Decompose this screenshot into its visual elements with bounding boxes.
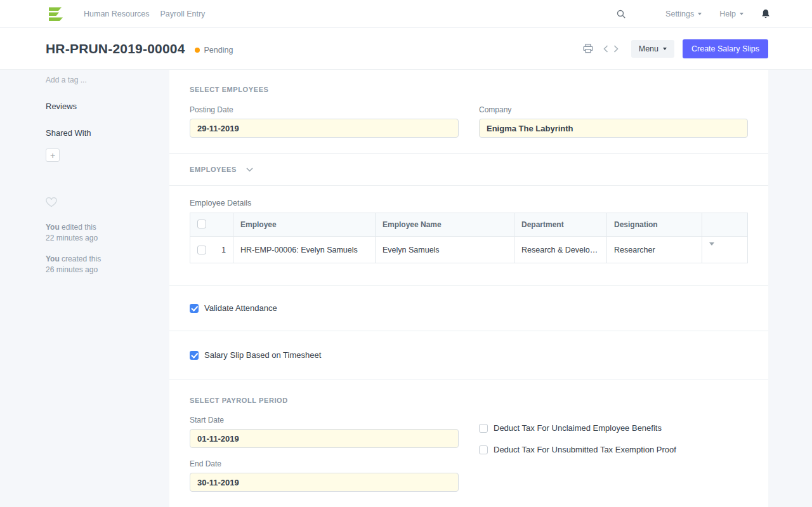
company-field: Company [479, 105, 748, 138]
breadcrumb-doctype[interactable]: Payroll Entry [160, 10, 206, 18]
breadcrumb-module[interactable]: Human Resources [84, 10, 150, 18]
section-validate-attendance: Validate Attendance [169, 286, 768, 331]
company-label: Company [479, 105, 748, 114]
help-menu[interactable]: Help [719, 10, 743, 18]
settings-label: Settings [665, 10, 694, 18]
sidebar-item-reviews: Reviews [46, 102, 160, 111]
menu-button[interactable]: Menu [631, 40, 674, 58]
row-index: 1 [221, 246, 226, 254]
deduct-tax-unclaimed-checkbox-row[interactable]: Deduct Tax For Unclaimed Employee Benefi… [479, 423, 748, 433]
employee-details-label: Employee Details [190, 199, 748, 207]
column-header-employee-name: Employee Name [376, 213, 514, 237]
notifications-button[interactable] [761, 9, 770, 19]
navbar-actions: Settings Help [616, 9, 770, 19]
section-timesheet: Salary Slip Based on Timesheet [169, 331, 768, 379]
checkbox-unchecked-icon[interactable] [479, 424, 488, 433]
page-actions: Menu Create Salary Slips [580, 39, 768, 58]
employee-grid: Employee Employee Name Department Design… [190, 213, 748, 263]
column-header-department: Department [514, 213, 607, 237]
printer-icon [583, 44, 593, 53]
start-date-field: Start Date [190, 416, 459, 448]
grid-header-row: Employee Employee Name Department Design… [190, 213, 748, 237]
navbar: Human Resources Payroll Entry Settings H… [0, 0, 812, 28]
sidebar-item-shared-with: Shared With [46, 128, 160, 138]
app-logo[interactable] [46, 6, 65, 22]
checkbox-label: Deduct Tax For Unsubmitted Tax Exemption… [494, 445, 676, 454]
posting-date-label: Posting Date [190, 105, 459, 114]
cell-employee-name[interactable]: Evelyn Samuels [376, 237, 514, 263]
row-checkbox[interactable] [197, 246, 206, 254]
cell-department[interactable]: Research & Develop... [514, 237, 607, 263]
heart-icon [46, 197, 57, 207]
posting-date-field: Posting Date [190, 105, 459, 138]
checkbox-label: Salary Slip Based on Timesheet [204, 350, 321, 360]
select-all-checkbox[interactable] [197, 220, 206, 228]
validate-attendance-checkbox-row[interactable]: Validate Attendance [190, 303, 748, 313]
menu-button-label: Menu [639, 44, 658, 53]
created-action: created this [60, 254, 101, 263]
next-record-button[interactable] [611, 43, 621, 55]
checkbox-label: Validate Attendance [204, 303, 277, 313]
row-expand-icon[interactable] [709, 242, 714, 254]
page-body: Add a tag ... Reviews Shared With + You … [0, 70, 812, 507]
deduct-tax-unsubmitted-checkbox-row[interactable]: Deduct Tax For Unsubmitted Tax Exemption… [479, 445, 748, 454]
section-heading: SELECT PAYROLL PERIOD [190, 397, 748, 404]
like-button[interactable] [46, 197, 57, 207]
end-date-label: End Date [190, 459, 459, 468]
created-info: You created this 26 minutes ago [46, 254, 160, 275]
help-label: Help [719, 10, 736, 18]
column-header-actions [702, 213, 748, 237]
checkbox-label: Deduct Tax For Unclaimed Employee Benefi… [494, 423, 662, 433]
bell-icon [761, 9, 770, 19]
column-header-designation: Designation [607, 213, 702, 237]
chevron-left-icon [603, 45, 608, 53]
edited-when: 22 minutes ago [46, 233, 160, 244]
checkbox-checked-icon[interactable] [190, 351, 199, 360]
create-salary-slips-button[interactable]: Create Salary Slips [683, 39, 768, 58]
created-line: You created this [46, 254, 160, 265]
created-who: You [46, 254, 60, 263]
search-button[interactable] [616, 9, 626, 19]
created-when: 26 minutes ago [46, 265, 160, 275]
checkbox-unchecked-icon[interactable] [479, 445, 488, 454]
section-payroll-period: SELECT PAYROLL PERIOD Start Date End Dat… [169, 379, 768, 505]
section-employees-toggle[interactable]: EMPLOYEES [169, 154, 768, 186]
app-logo-icon [46, 6, 65, 22]
posting-date-input[interactable] [190, 119, 459, 138]
checkbox-checked-icon[interactable] [190, 304, 199, 313]
add-tag-input[interactable]: Add a tag ... [46, 76, 160, 84]
cell-employee[interactable]: HR-EMP-00006: Evelyn Samuels [233, 237, 376, 263]
prev-record-button[interactable] [601, 43, 611, 55]
table-row: 1 HR-EMP-00006: Evelyn Samuels Evelyn Sa… [190, 237, 748, 263]
section-employee-details: Employee Details Employee Employee Name … [169, 186, 768, 286]
column-header-employee: Employee [233, 213, 376, 237]
cell-designation[interactable]: Researcher [607, 237, 702, 263]
chevron-right-icon [613, 45, 619, 53]
start-date-input[interactable] [190, 429, 459, 448]
chevron-down-icon [663, 48, 667, 50]
form-sidebar: Add a tag ... Reviews Shared With + You … [46, 70, 160, 275]
section-heading: EMPLOYEES [190, 166, 237, 173]
edited-info: You edited this 22 minutes ago [46, 222, 160, 244]
page-head: HR-PRUN-2019-00004 Pending Menu Create [0, 28, 812, 70]
edited-line: You edited this [46, 222, 160, 233]
start-date-label: Start Date [190, 416, 459, 425]
page-title: HR-PRUN-2019-00004 [46, 41, 185, 56]
company-input[interactable] [479, 119, 748, 138]
status-text: Pending [204, 46, 233, 55]
chevron-down-icon [246, 168, 253, 172]
search-icon [616, 9, 626, 19]
form-card: SELECT EMPLOYEES Posting Date Company [169, 70, 768, 507]
edited-action: edited this [60, 223, 96, 232]
end-date-input[interactable] [190, 473, 459, 492]
chevron-down-icon [740, 13, 743, 15]
end-date-field: End Date [190, 459, 459, 492]
share-add-button[interactable]: + [46, 148, 60, 162]
section-heading: SELECT EMPLOYEES [190, 86, 748, 93]
salary-slip-timesheet-checkbox-row[interactable]: Salary Slip Based on Timesheet [190, 350, 748, 360]
settings-menu[interactable]: Settings [665, 10, 702, 18]
chevron-down-icon [698, 13, 702, 15]
edited-who: You [46, 223, 60, 232]
status-badge: Pending [195, 46, 233, 55]
print-button[interactable] [580, 41, 596, 56]
